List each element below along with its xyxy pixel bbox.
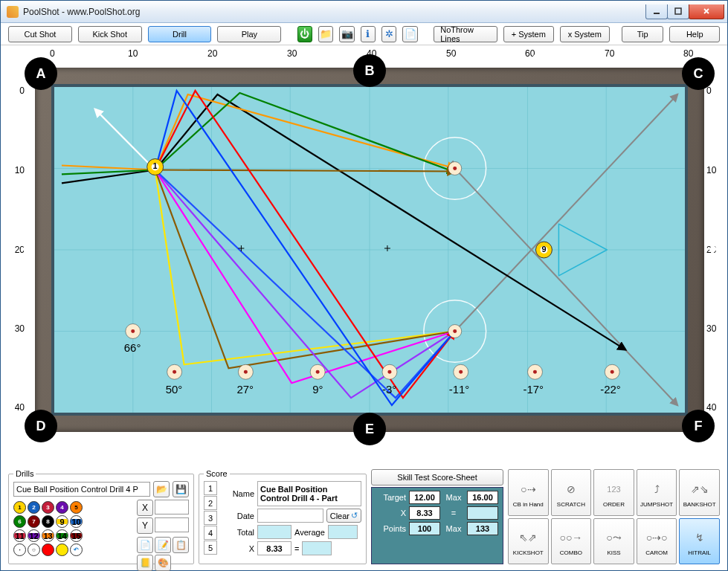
svg-text:-11°: -11°	[449, 383, 470, 396]
x-coord-button[interactable]: X	[137, 500, 153, 516]
open-drill-icon[interactable]: 📂	[153, 481, 170, 497]
drill-name-input[interactable]	[13, 482, 150, 497]
maximize-button[interactable]	[667, 4, 689, 19]
plus-system-button[interactable]: + System	[503, 26, 553, 42]
points-val: 100	[409, 522, 440, 535]
app-icon	[7, 6, 19, 18]
svg-line-14	[455, 169, 677, 406]
pool-table[interactable]: A B C D E F	[35, 68, 704, 432]
y-input[interactable]	[155, 517, 189, 532]
mode-kickshot[interactable]: ⇖⇗KICKSHOT	[508, 518, 549, 565]
svg-text:1: 1	[153, 162, 158, 171]
target-val: 12.00	[409, 491, 440, 504]
svg-point-37	[459, 370, 463, 374]
ball-11[interactable]: 11	[13, 529, 26, 542]
cut-shot-button[interactable]: Cut Shot	[8, 26, 72, 42]
points-max: 133	[467, 522, 498, 535]
svg-rect-1	[675, 8, 681, 14]
mode-cbinhand[interactable]: ○⇢CB in Hand	[508, 469, 549, 516]
minimize-button[interactable]	[645, 4, 668, 19]
svg-text:66°: 66°	[124, 341, 141, 354]
ball-12[interactable]: 12	[28, 529, 40, 542]
power-icon[interactable]: ⏻	[297, 26, 312, 42]
ball-3[interactable]: 3	[42, 501, 54, 514]
ball-15[interactable]: 15	[70, 529, 83, 542]
svg-text:50°: 50°	[166, 383, 183, 396]
ball-14[interactable]: 14	[56, 529, 68, 542]
ball-1[interactable]: 1	[13, 501, 26, 514]
ball-7[interactable]: 7	[28, 515, 40, 528]
pocket-c: C	[682, 57, 715, 90]
mode-jumpshot[interactable]: ⤴JUMPSHOT	[637, 469, 677, 516]
play-button[interactable]: Play	[217, 26, 281, 42]
help-button[interactable]: Help	[669, 26, 719, 42]
toolbar: Cut Shot Kick Shot Drill Play ⏻ 📁 📷 ℹ ✲ …	[1, 23, 727, 45]
info-icon[interactable]: ℹ	[361, 26, 376, 42]
titlebar: PoolShot - www.PoolShot.org	[1, 1, 727, 23]
skill-x-res	[467, 506, 498, 520]
svg-line-16	[95, 109, 155, 170]
skill-panel: Skill Test Score-Sheet Target12.00Max16.…	[371, 469, 503, 564]
ball-9[interactable]: 9	[56, 515, 68, 528]
score-name[interactable]: Cue Ball Position Control Drill 4 - Part	[257, 481, 361, 506]
svg-point-39	[533, 370, 537, 374]
ball-2[interactable]: 2	[28, 501, 40, 514]
mode-bankshot[interactable]: ⇗⇘BANKSHOT	[679, 469, 720, 516]
x-system-button[interactable]: x System	[560, 26, 610, 42]
ball-4[interactable]: 4	[56, 501, 68, 514]
svg-text:9: 9	[541, 245, 546, 254]
page-icon[interactable]: 📄	[402, 26, 417, 42]
y-coord-button[interactable]: Y	[137, 517, 153, 534]
drill-button[interactable]: Drill	[148, 26, 212, 42]
ball-10[interactable]: 10	[70, 515, 83, 528]
folder-icon[interactable]: 📁	[318, 26, 333, 42]
colors-icon[interactable]: 🎨	[155, 555, 171, 571]
ball-5[interactable]: 5	[70, 501, 83, 514]
edit-icon[interactable]: 📝	[155, 537, 171, 553]
score-slots: 1 2 3 4 5	[204, 481, 217, 559]
close-button[interactable]	[689, 4, 724, 19]
mode-carom[interactable]: ○⇢○CAROM	[637, 518, 677, 565]
ghost-marker[interactable]: ○	[28, 543, 40, 556]
nothrow-button[interactable]: NoThrow Lines	[434, 26, 497, 42]
cueball-marker[interactable]: ·	[13, 543, 26, 556]
svg-line-15	[455, 94, 677, 332]
mode-hitrail[interactable]: ↯HITRAIL	[679, 518, 720, 565]
mode-combo[interactable]: ○○→COMBO	[551, 518, 592, 565]
gear-icon[interactable]: ✲	[381, 26, 396, 42]
modes-panel: ○⇢CB in Hand ⊘SCRATCH 123ORDER ⤴JUMPSHOT…	[508, 469, 720, 564]
undo-icon[interactable]: ↶	[70, 543, 83, 556]
red-marker[interactable]	[42, 543, 54, 556]
kick-shot-button[interactable]: Kick Shot	[78, 26, 142, 42]
mode-kiss[interactable]: ○⤳KISS	[593, 518, 634, 565]
svg-point-31	[244, 370, 248, 374]
svg-point-45	[453, 329, 457, 333]
drills-legend: Drills	[13, 469, 36, 478]
svg-point-35	[387, 370, 391, 374]
date-field[interactable]	[257, 509, 323, 523]
pocket-f: F	[682, 410, 715, 442]
tip-button[interactable]: Tip	[622, 26, 663, 42]
svg-point-29	[173, 370, 176, 374]
yellow-marker[interactable]	[56, 543, 68, 556]
x-val-field: 8.33	[257, 541, 291, 555]
pocket-d: D	[25, 410, 57, 442]
svg-rect-0	[654, 13, 660, 14]
camera-icon[interactable]: 📷	[339, 26, 354, 42]
svg-point-33	[316, 370, 320, 374]
list-icon[interactable]: 📋	[173, 537, 189, 553]
x-input[interactable]	[155, 500, 189, 514]
ball-13[interactable]: 13	[42, 529, 54, 542]
mode-scratch[interactable]: ⊘SCRATCH	[551, 469, 592, 516]
mode-order[interactable]: 123ORDER	[593, 469, 634, 516]
score-panel: Score 1 2 3 4 5 NameCue Ball Position Co…	[199, 469, 367, 564]
new-page-icon[interactable]: 📄	[137, 537, 153, 553]
ball-6[interactable]: 6	[13, 515, 26, 528]
clear-button[interactable]: Clear↺	[326, 509, 361, 523]
notes-icon[interactable]: 📒	[137, 555, 153, 571]
pool-table-area: 0 10 20 30 40 50 60 70 80 0 10 20 30 40 …	[7, 48, 721, 466]
save-drill-icon[interactable]: 💾	[173, 481, 189, 497]
ball-8[interactable]: 8	[42, 515, 54, 528]
skill-sheet-button[interactable]: Skill Test Score-Sheet	[371, 469, 503, 485]
score-legend: Score	[204, 469, 230, 478]
